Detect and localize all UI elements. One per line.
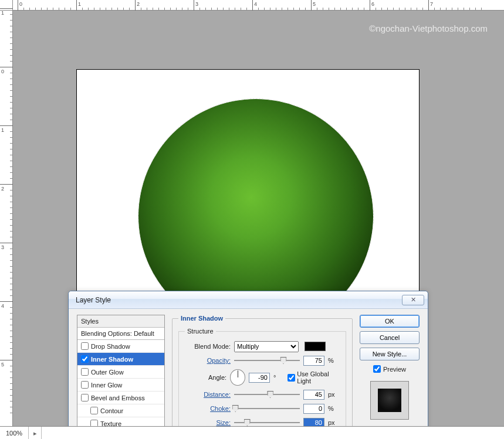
style-label-inner-glow: Inner Glow bbox=[91, 382, 122, 389]
preview-thumbnail bbox=[370, 381, 409, 420]
structure-legend: Structure bbox=[185, 328, 216, 335]
style-row-contour[interactable]: Contour bbox=[77, 404, 164, 417]
ruler-horizontal[interactable]: 01234567 bbox=[13, 0, 504, 11]
px-unit-2: px bbox=[328, 419, 340, 426]
style-label-bevel-emboss: Bevel and Emboss bbox=[91, 394, 145, 401]
size-label[interactable]: Size: bbox=[185, 419, 231, 426]
ruler-vertical[interactable]: 1012345 bbox=[0, 11, 13, 426]
style-checkbox-inner-glow[interactable] bbox=[81, 381, 89, 389]
use-global-label: Use Global Light bbox=[297, 370, 340, 384]
style-row-inner-glow[interactable]: Inner Glow bbox=[77, 379, 164, 392]
preview-checkbox[interactable] bbox=[373, 365, 381, 373]
style-row-inner-shadow[interactable]: Inner Shadow bbox=[77, 353, 164, 366]
blend-mode-select[interactable]: Multiply bbox=[234, 341, 299, 352]
preview-label: Preview bbox=[383, 366, 406, 373]
style-checkbox-outer-glow[interactable] bbox=[81, 368, 89, 376]
style-label-contour: Contour bbox=[100, 407, 123, 414]
use-global-light[interactable]: Use Global Light bbox=[287, 370, 340, 384]
styles-list: Styles Blending Options: Default Drop Sh… bbox=[77, 315, 165, 437]
px-unit: px bbox=[328, 391, 340, 398]
pct-unit: % bbox=[328, 357, 340, 364]
style-checkbox-drop-shadow[interactable] bbox=[81, 342, 89, 350]
workspace: 01234567 1012345 ©ngochan-Vietphotoshop.… bbox=[0, 0, 504, 439]
style-label-drop-shadow: Drop Shadow bbox=[91, 343, 130, 350]
choke-field[interactable] bbox=[303, 404, 324, 414]
style-checkbox-contour[interactable] bbox=[90, 407, 98, 414]
style-row-drop-shadow[interactable]: Drop Shadow bbox=[77, 340, 164, 353]
status-bar: 100% ▸ bbox=[0, 426, 504, 439]
ok-button[interactable]: OK bbox=[360, 315, 420, 328]
opacity-field[interactable] bbox=[303, 356, 324, 366]
statusbar-chevron-icon[interactable]: ▸ bbox=[29, 427, 42, 439]
opacity-slider[interactable] bbox=[234, 356, 300, 365]
choke-label[interactable]: Choke: bbox=[185, 405, 231, 412]
zoom-field[interactable]: 100% bbox=[0, 427, 29, 439]
style-row-outer-glow[interactable]: Outer Glow bbox=[77, 366, 164, 379]
distance-field[interactable] bbox=[303, 390, 324, 400]
size-slider[interactable] bbox=[234, 418, 300, 427]
use-global-checkbox[interactable] bbox=[287, 374, 295, 382]
angle-label: Angle: bbox=[185, 374, 226, 381]
ruler-corner bbox=[0, 0, 13, 11]
layer-style-dialog: Layer Style ✕ Styles Blending Options: D… bbox=[68, 291, 428, 437]
structure-group: Structure Blend Mode: Multiply Opacity: bbox=[178, 328, 346, 436]
section-title: Inner Shadow bbox=[178, 315, 225, 322]
opacity-label[interactable]: Opacity: bbox=[185, 357, 231, 364]
shadow-color-swatch[interactable] bbox=[305, 342, 326, 351]
blending-options-row[interactable]: Blending Options: Default bbox=[77, 328, 164, 340]
style-checkbox-inner-shadow[interactable] bbox=[81, 355, 89, 363]
close-icon: ✕ bbox=[411, 296, 416, 304]
style-checkbox-bevel-emboss[interactable] bbox=[81, 394, 89, 401]
inner-shadow-section: Inner Shadow Structure Blend Mode: Multi… bbox=[172, 315, 353, 437]
dialog-right-column: OK Cancel New Style... Preview bbox=[360, 315, 420, 437]
deg-unit: ° bbox=[273, 374, 284, 381]
blend-mode-label: Blend Mode: bbox=[185, 343, 231, 350]
dialog-body: Styles Blending Options: Default Drop Sh… bbox=[69, 309, 428, 437]
settings-panel: Inner Shadow Structure Blend Mode: Multi… bbox=[172, 315, 353, 437]
dialog-titlebar[interactable]: Layer Style ✕ bbox=[69, 291, 428, 309]
watermark: ©ngochan-Vietphotoshop.com bbox=[369, 23, 488, 33]
new-style-button[interactable]: New Style... bbox=[360, 348, 420, 360]
style-label-outer-glow: Outer Glow bbox=[91, 369, 124, 376]
choke-slider[interactable] bbox=[234, 404, 300, 413]
distance-label[interactable]: Distance: bbox=[185, 391, 231, 398]
preview-sample bbox=[378, 389, 401, 412]
style-label-inner-shadow: Inner Shadow bbox=[91, 356, 133, 363]
angle-dial[interactable] bbox=[230, 369, 245, 386]
preview-toggle[interactable]: Preview bbox=[373, 365, 406, 373]
close-button[interactable]: ✕ bbox=[402, 295, 424, 305]
angle-field[interactable] bbox=[249, 373, 270, 383]
pct-unit-2: % bbox=[328, 405, 340, 412]
cancel-button[interactable]: Cancel bbox=[360, 331, 420, 344]
distance-slider[interactable] bbox=[234, 390, 300, 399]
style-row-bevel-emboss[interactable]: Bevel and Emboss bbox=[77, 392, 164, 404]
dialog-title: Layer Style bbox=[76, 296, 111, 304]
styles-header[interactable]: Styles bbox=[77, 315, 164, 328]
